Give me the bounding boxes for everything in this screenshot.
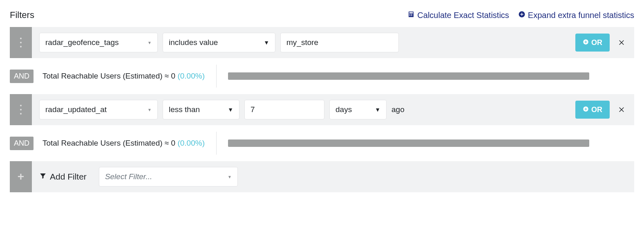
stats-row: AND Total Reachable Users (Estimated) ≈ … bbox=[10, 63, 634, 89]
filter-value-input[interactable] bbox=[244, 100, 324, 119]
drag-handle[interactable] bbox=[10, 27, 32, 58]
drag-dots-icon bbox=[20, 105, 22, 115]
caret-down-icon: ▼ bbox=[148, 40, 152, 45]
reach-bar bbox=[228, 140, 589, 147]
filter-unit-select[interactable]: days ▼ bbox=[329, 100, 387, 119]
expand-stats-label: Expand extra funnel statistics bbox=[528, 11, 634, 20]
or-button[interactable]: OR bbox=[575, 101, 610, 119]
filter-operator-value: less than bbox=[169, 105, 200, 114]
calculate-stats-link[interactable]: Calculate Exact Statistics bbox=[407, 11, 509, 20]
stats-row: AND Total Reachable Users (Estimated) ≈ … bbox=[10, 130, 634, 156]
add-filter-placeholder: Select Filter... bbox=[105, 172, 152, 181]
plus-circle-icon bbox=[518, 11, 525, 20]
filter-operator-select[interactable]: less than ▼ bbox=[163, 100, 239, 119]
reach-bar bbox=[228, 72, 589, 80]
and-badge: AND bbox=[10, 70, 34, 83]
or-button-label: OR bbox=[591, 38, 602, 47]
and-badge: AND bbox=[10, 137, 34, 150]
or-button-label: OR bbox=[591, 106, 602, 114]
add-filter-label: Add Filter bbox=[39, 172, 87, 182]
filter-unit-value: days bbox=[335, 105, 352, 114]
filter-value-input[interactable] bbox=[280, 33, 399, 52]
stats-pct: (0.00%) bbox=[177, 139, 205, 147]
caret-down-icon: ▼ bbox=[148, 108, 152, 112]
caret-down-icon: ▼ bbox=[228, 106, 233, 113]
stats-pct: (0.00%) bbox=[177, 72, 205, 80]
add-filter-row: + Add Filter Select Filter... ▼ bbox=[10, 161, 634, 192]
add-filter-text: Add Filter bbox=[50, 172, 87, 182]
plus-circle-icon bbox=[583, 106, 589, 114]
calculate-stats-label: Calculate Exact Statistics bbox=[417, 11, 509, 20]
filters-title: Filters bbox=[10, 10, 34, 20]
add-handle[interactable]: + bbox=[10, 161, 32, 192]
plus-circle-icon bbox=[583, 38, 589, 47]
filter-row: radar_geofence_tags ▼ includes value ▼ O… bbox=[10, 27, 634, 58]
expand-stats-link[interactable]: Expand extra funnel statistics bbox=[518, 11, 634, 20]
remove-filter-button[interactable] bbox=[616, 37, 627, 49]
vertical-divider bbox=[216, 65, 217, 88]
drag-dots-icon bbox=[20, 38, 22, 47]
stats-prefix: Total Reachable Users (Estimated) ≈ bbox=[42, 139, 171, 147]
filter-field-value: radar_geofence_tags bbox=[45, 38, 119, 47]
filter-suffix: ago bbox=[391, 105, 405, 114]
stats-text: Total Reachable Users (Estimated) ≈ 0 (0… bbox=[42, 72, 205, 81]
plus-icon: + bbox=[18, 171, 24, 182]
stats-text: Total Reachable Users (Estimated) ≈ 0 (0… bbox=[42, 139, 205, 148]
stats-value: 0 bbox=[171, 139, 176, 147]
caret-down-icon: ▼ bbox=[375, 106, 380, 113]
filter-field-value: radar_updated_at bbox=[45, 105, 107, 114]
close-icon bbox=[618, 108, 625, 114]
vertical-divider bbox=[216, 132, 217, 155]
filters-header: Filters Calculate Exact Statistics Expan… bbox=[10, 10, 634, 20]
close-icon bbox=[618, 41, 625, 47]
filter-row: radar_updated_at ▼ less than ▼ days ▼ ag… bbox=[10, 94, 634, 125]
caret-down-icon: ▼ bbox=[264, 39, 269, 46]
add-filter-select[interactable]: Select Filter... ▼ bbox=[99, 167, 238, 187]
drag-handle[interactable] bbox=[10, 94, 32, 125]
funnel-icon bbox=[39, 172, 47, 182]
calculator-icon bbox=[407, 11, 415, 20]
header-links: Calculate Exact Statistics Expand extra … bbox=[407, 11, 634, 20]
filter-operator-select[interactable]: includes value ▼ bbox=[163, 33, 275, 52]
filter-field-select[interactable]: radar_geofence_tags ▼ bbox=[39, 33, 158, 52]
stats-prefix: Total Reachable Users (Estimated) ≈ bbox=[42, 72, 171, 80]
stats-value: 0 bbox=[171, 72, 176, 80]
filter-field-select[interactable]: radar_updated_at ▼ bbox=[39, 100, 158, 119]
caret-down-icon: ▼ bbox=[228, 175, 232, 179]
filter-operator-value: includes value bbox=[169, 38, 218, 47]
or-button[interactable]: OR bbox=[575, 34, 610, 52]
remove-filter-button[interactable] bbox=[616, 104, 627, 116]
